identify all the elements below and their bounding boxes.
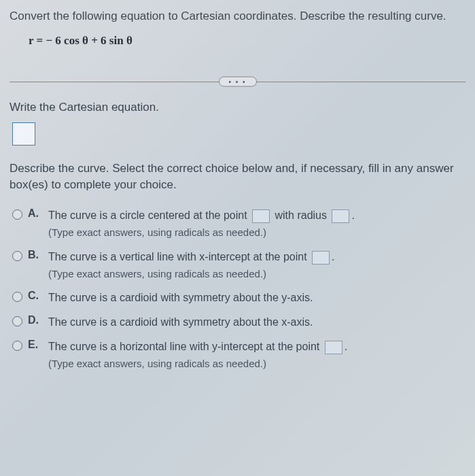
hint: (Type exact answers, using radicals as n… [48,356,463,372]
radio-a[interactable] [12,209,22,220]
choice-content: The curve is a circle centered at the po… [48,207,463,241]
choice-c[interactable]: C. The curve is a cardioid with symmetry… [10,286,465,310]
choice-text: The curve is a cardioid with symmetry ab… [48,316,313,328]
choice-text: The curve is a cardioid with symmetry ab… [48,292,313,303]
choice-text: . [345,341,347,352]
answer-box-a1[interactable] [252,209,270,223]
choice-content: The curve is a cardioid with symmetry ab… [48,314,463,330]
question-prompt: Convert the following equation to Cartes… [10,8,465,24]
choice-letter: B. [28,249,43,261]
choice-letter: E. [28,339,43,351]
choice-letter: D. [28,314,43,326]
choice-letter: C. [28,290,43,302]
choice-content: The curve is a cardioid with symmetry ab… [48,290,463,306]
choice-d[interactable]: D. The curve is a cardioid with symmetry… [10,310,465,335]
hint: (Type exact answers, using radicals as n… [48,225,463,241]
hint: (Type exact answers, using radicals as n… [48,267,463,282]
choice-text: The curve is a horizontal line with y-in… [48,341,319,352]
choice-text: . [351,209,354,221]
radio-b[interactable] [12,251,22,261]
choice-text: with radius [275,209,327,221]
divider-section: • • • [10,68,465,95]
choice-instruction: Describe the curve. Select the correct c… [10,160,465,193]
choice-content: The curve is a vertical line with x-inte… [48,249,463,282]
choice-a[interactable]: A. The curve is a circle centered at the… [10,203,465,245]
answer-box-e1[interactable] [325,341,342,354]
choice-text: The curve is a circle centered at the po… [48,209,247,221]
radio-c[interactable] [12,292,22,302]
radio-e[interactable] [12,341,22,351]
choice-text: The curve is a vertical line with x-inte… [48,251,307,262]
cartesian-answer-input[interactable] [12,122,35,146]
choice-e[interactable]: E. The curve is a horizontal line with y… [10,335,465,376]
choice-content: The curve is a horizontal line with y-in… [48,339,463,372]
section-label-cartesian: Write the Cartesian equation. [10,101,465,114]
choice-text: . [332,251,334,262]
choice-letter: A. [28,207,43,220]
equation: r = − 6 cos θ + 6 sin θ [29,34,465,48]
answer-box-b1[interactable] [312,251,330,265]
expand-pill[interactable]: • • • [218,76,256,86]
choice-b[interactable]: B. The curve is a vertical line with x-i… [10,245,465,286]
radio-d[interactable] [12,316,22,326]
answer-box-a2[interactable] [332,209,349,223]
